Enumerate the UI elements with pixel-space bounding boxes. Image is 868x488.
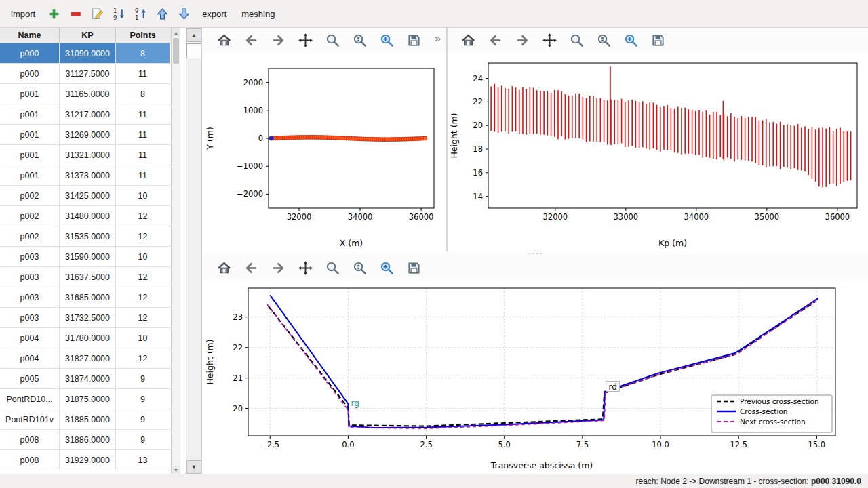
kp-cell[interactable]: 31929.0000 xyxy=(60,450,116,470)
move-down-button[interactable] xyxy=(174,3,194,24)
name-cell[interactable]: p001 xyxy=(0,125,60,144)
points-cell[interactable]: 10 xyxy=(116,247,170,266)
points-cell[interactable]: 12 xyxy=(116,348,170,368)
table-row[interactable]: PontRD101v31885.00009 xyxy=(0,409,171,430)
table-row[interactable]: p00231480.000012 xyxy=(0,206,171,226)
table-row[interactable]: p00131269.000011 xyxy=(0,125,171,145)
menu-export[interactable]: export xyxy=(195,5,233,22)
kp-cell[interactable]: 31321.0000 xyxy=(60,145,116,165)
table-row[interactable]: p00331732.500012 xyxy=(0,308,171,328)
menu-meshing[interactable]: meshing xyxy=(235,5,281,22)
zoom-button[interactable] xyxy=(566,30,587,50)
points-cell[interactable]: 11 xyxy=(116,104,170,124)
home-button[interactable] xyxy=(457,30,479,50)
points-cell[interactable]: 12 xyxy=(116,267,170,287)
kp-cell[interactable]: 31637.5000 xyxy=(60,267,116,287)
table-row[interactable]: p00831886.00009 xyxy=(0,430,171,450)
kp-cell[interactable]: 31875.0000 xyxy=(60,389,116,409)
forward-button[interactable] xyxy=(511,30,533,50)
kp-cell[interactable]: 31480.0000 xyxy=(60,206,116,226)
points-cell[interactable]: 12 xyxy=(116,308,170,327)
table-row[interactable]: p00331637.500012 xyxy=(0,267,171,287)
panel-scrollbar[interactable]: ▲ ▼ xyxy=(186,28,202,474)
kp-cell[interactable]: 31885.0000 xyxy=(60,409,116,429)
table-row[interactable]: p00431827.000012 xyxy=(0,348,171,369)
table-row[interactable]: p00531874.00009 xyxy=(0,369,171,389)
kp-cell[interactable]: 31165.0000 xyxy=(60,84,116,104)
name-cell[interactable]: p001 xyxy=(0,84,60,104)
forward-button[interactable] xyxy=(267,30,289,50)
table-scrollbar[interactable]: ▲ ▼ xyxy=(172,28,180,474)
table-scroll-down-icon[interactable]: ▼ xyxy=(172,466,180,474)
move-up-button[interactable] xyxy=(152,3,172,24)
name-cell[interactable]: PontRD10... xyxy=(0,389,60,409)
name-cell[interactable]: p002 xyxy=(0,226,60,246)
back-button[interactable] xyxy=(240,258,262,278)
name-cell[interactable]: p004 xyxy=(0,348,60,368)
column-header-points[interactable]: Points xyxy=(116,28,170,43)
points-cell[interactable]: 12 xyxy=(116,226,170,246)
table-scroll-up-icon[interactable]: ▲ xyxy=(172,28,180,37)
table-row[interactable]: p00231425.000010 xyxy=(0,186,171,206)
longitudinal-profile-chart[interactable]: 3200033000340003500036000141618202224Kp … xyxy=(448,52,867,250)
name-cell[interactable]: p001 xyxy=(0,165,60,185)
kp-cell[interactable]: 31127.5000 xyxy=(60,64,116,83)
pan-button[interactable] xyxy=(294,30,316,50)
sort-descending-button[interactable]: 9 1 xyxy=(130,3,151,24)
zoom-button[interactable] xyxy=(321,30,343,50)
kp-cell[interactable]: 31269.0000 xyxy=(60,125,116,144)
points-cell[interactable]: 11 xyxy=(116,64,170,83)
panel-scroll-up-button[interactable]: ▲ xyxy=(186,28,201,42)
name-cell[interactable]: p000 xyxy=(0,43,60,63)
name-cell[interactable]: p005 xyxy=(0,369,60,388)
save-button[interactable] xyxy=(403,258,425,278)
table-row[interactable]: p00231535.000012 xyxy=(0,226,171,247)
kp-cell[interactable]: 31217.0000 xyxy=(60,104,116,124)
customize-button[interactable] xyxy=(620,30,642,50)
points-cell[interactable]: 9 xyxy=(116,430,170,449)
table-row[interactable]: p00031090.00008 xyxy=(0,43,171,64)
kp-cell[interactable]: 31732.5000 xyxy=(60,308,116,327)
home-button[interactable] xyxy=(213,258,235,278)
save-button[interactable] xyxy=(647,30,669,50)
column-header-kp[interactable]: KP xyxy=(60,28,116,43)
name-cell[interactable]: p003 xyxy=(0,247,60,266)
save-button[interactable] xyxy=(403,30,425,50)
kp-cell[interactable]: 31590.0000 xyxy=(60,247,116,266)
kp-cell[interactable]: 31373.0000 xyxy=(60,165,116,185)
kp-cell[interactable]: 31827.0000 xyxy=(60,348,116,368)
zoom-button[interactable] xyxy=(321,258,343,278)
home-button[interactable] xyxy=(213,30,235,50)
cross-section-chart[interactable]: rgrd−2.50.02.55.07.510.012.515.020212223… xyxy=(203,280,867,472)
points-cell[interactable]: 10 xyxy=(116,186,170,205)
customize-button[interactable] xyxy=(376,30,397,50)
points-cell[interactable]: 9 xyxy=(116,409,170,429)
points-cell[interactable]: 11 xyxy=(116,125,170,144)
points-cell[interactable]: 8 xyxy=(116,43,170,63)
points-cell[interactable]: 10 xyxy=(116,328,170,348)
sort-ascending-button[interactable]: 1 9 xyxy=(108,3,129,24)
name-cell[interactable]: p003 xyxy=(0,287,60,307)
edit-button[interactable] xyxy=(87,3,107,24)
table-row[interactable]: p00131165.00008 xyxy=(0,84,171,104)
kp-cell[interactable]: 31090.0000 xyxy=(60,43,116,63)
kp-cell[interactable]: 31886.0000 xyxy=(60,430,116,449)
kp-cell[interactable]: 31425.0000 xyxy=(60,186,116,205)
back-button[interactable] xyxy=(240,30,262,50)
pan-button[interactable] xyxy=(294,258,316,278)
name-cell[interactable]: p004 xyxy=(0,328,60,348)
name-cell[interactable]: p003 xyxy=(0,267,60,287)
table-scrollbar-thumb[interactable] xyxy=(173,38,179,64)
panel-scrollbar-thumb[interactable] xyxy=(186,43,201,58)
name-cell[interactable]: p002 xyxy=(0,206,60,226)
table-row[interactable]: p00331590.000010 xyxy=(0,247,171,267)
plan-view-chart[interactable]: 320003400036000−2000−1000010002000X (m)Y… xyxy=(203,52,445,250)
name-cell[interactable]: p001 xyxy=(0,145,60,165)
kp-cell[interactable]: 31780.0000 xyxy=(60,328,116,348)
name-cell[interactable]: p008 xyxy=(0,450,60,470)
name-cell[interactable]: PontRD101v xyxy=(0,409,60,429)
table-row[interactable]: p00131217.000011 xyxy=(0,104,171,125)
points-cell[interactable]: 8 xyxy=(116,84,170,104)
column-header-name[interactable]: Name xyxy=(0,28,60,43)
table-row[interactable]: p00131373.000011 xyxy=(0,165,171,186)
